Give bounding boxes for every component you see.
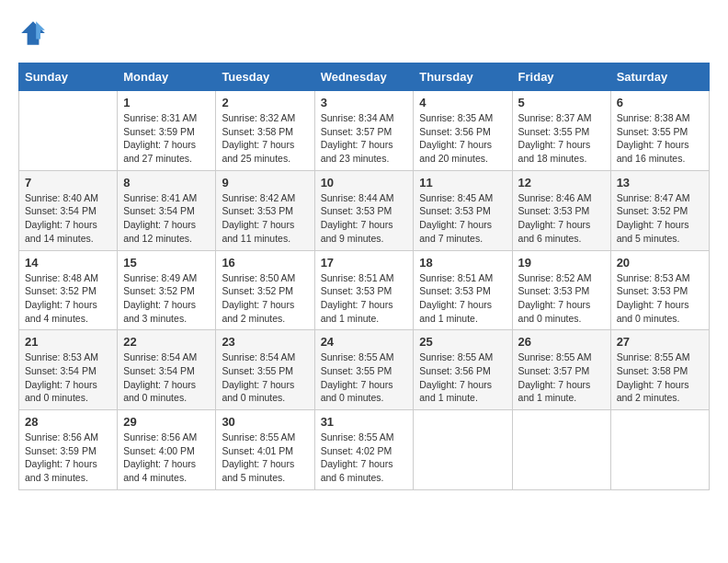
calendar-cell: 21Sunrise: 8:53 AM Sunset: 3:54 PM Dayli… bbox=[19, 330, 118, 410]
calendar-cell: 18Sunrise: 8:51 AM Sunset: 3:53 PM Dayli… bbox=[414, 250, 512, 330]
day-number: 27 bbox=[617, 335, 703, 349]
calendar-day-header: Tuesday bbox=[216, 63, 314, 91]
day-info: Sunrise: 8:44 AM Sunset: 3:53 PM Dayligh… bbox=[321, 191, 408, 246]
day-info: Sunrise: 8:51 AM Sunset: 3:53 PM Dayligh… bbox=[419, 271, 506, 326]
day-number: 31 bbox=[321, 415, 408, 429]
calendar-cell: 2Sunrise: 8:32 AM Sunset: 3:58 PM Daylig… bbox=[216, 91, 314, 171]
day-info: Sunrise: 8:47 AM Sunset: 3:52 PM Dayligh… bbox=[617, 191, 703, 246]
calendar-cell: 20Sunrise: 8:53 AM Sunset: 3:53 PM Dayli… bbox=[610, 250, 709, 330]
day-number: 2 bbox=[222, 96, 308, 109]
day-info: Sunrise: 8:34 AM Sunset: 3:57 PM Dayligh… bbox=[321, 111, 408, 166]
day-number: 10 bbox=[321, 176, 408, 190]
calendar-day-header: Thursday bbox=[414, 63, 512, 91]
day-number: 24 bbox=[321, 335, 408, 349]
day-info: Sunrise: 8:45 AM Sunset: 3:53 PM Dayligh… bbox=[419, 191, 506, 246]
day-info: Sunrise: 8:53 AM Sunset: 3:54 PM Dayligh… bbox=[25, 350, 111, 405]
calendar-day-header: Friday bbox=[512, 63, 610, 91]
calendar-cell: 1Sunrise: 8:31 AM Sunset: 3:59 PM Daylig… bbox=[118, 91, 216, 171]
day-info: Sunrise: 8:56 AM Sunset: 4:00 PM Dayligh… bbox=[123, 431, 210, 485]
calendar-cell: 15Sunrise: 8:49 AM Sunset: 3:52 PM Dayli… bbox=[118, 250, 216, 330]
day-number: 9 bbox=[222, 176, 308, 190]
calendar-cell: 11Sunrise: 8:45 AM Sunset: 3:53 PM Dayli… bbox=[414, 170, 512, 250]
day-info: Sunrise: 8:53 AM Sunset: 3:53 PM Dayligh… bbox=[617, 271, 703, 326]
calendar-cell: 23Sunrise: 8:54 AM Sunset: 3:55 PM Dayli… bbox=[216, 330, 314, 410]
day-info: Sunrise: 8:54 AM Sunset: 3:54 PM Dayligh… bbox=[123, 350, 210, 405]
calendar-cell: 28Sunrise: 8:56 AM Sunset: 3:59 PM Dayli… bbox=[19, 410, 118, 490]
calendar-cell: 31Sunrise: 8:55 AM Sunset: 4:02 PM Dayli… bbox=[314, 410, 414, 490]
calendar-cell: 19Sunrise: 8:52 AM Sunset: 3:53 PM Dayli… bbox=[512, 250, 610, 330]
day-info: Sunrise: 8:55 AM Sunset: 4:02 PM Dayligh… bbox=[321, 431, 408, 485]
calendar-cell bbox=[610, 410, 709, 490]
day-number: 28 bbox=[25, 415, 111, 429]
day-number: 15 bbox=[123, 256, 210, 270]
day-number: 5 bbox=[518, 96, 605, 109]
day-info: Sunrise: 8:31 AM Sunset: 3:59 PM Dayligh… bbox=[123, 111, 210, 166]
day-info: Sunrise: 8:38 AM Sunset: 3:55 PM Dayligh… bbox=[617, 111, 703, 166]
day-number: 30 bbox=[222, 415, 308, 429]
day-info: Sunrise: 8:41 AM Sunset: 3:54 PM Dayligh… bbox=[123, 191, 210, 246]
day-info: Sunrise: 8:54 AM Sunset: 3:55 PM Dayligh… bbox=[222, 350, 308, 405]
calendar-day-header: Sunday bbox=[19, 63, 118, 91]
calendar-week-row: 21Sunrise: 8:53 AM Sunset: 3:54 PM Dayli… bbox=[19, 330, 710, 410]
calendar-cell: 14Sunrise: 8:48 AM Sunset: 3:52 PM Dayli… bbox=[19, 250, 118, 330]
calendar-cell: 29Sunrise: 8:56 AM Sunset: 4:00 PM Dayli… bbox=[118, 410, 216, 490]
calendar-cell: 10Sunrise: 8:44 AM Sunset: 3:53 PM Dayli… bbox=[314, 170, 414, 250]
page-header bbox=[18, 18, 710, 48]
calendar-header-row: SundayMondayTuesdayWednesdayThursdayFrid… bbox=[19, 63, 710, 91]
day-number: 26 bbox=[518, 335, 605, 349]
calendar-cell: 27Sunrise: 8:55 AM Sunset: 3:58 PM Dayli… bbox=[610, 330, 709, 410]
calendar-week-row: 28Sunrise: 8:56 AM Sunset: 3:59 PM Dayli… bbox=[19, 410, 710, 490]
day-info: Sunrise: 8:55 AM Sunset: 3:57 PM Dayligh… bbox=[518, 350, 605, 405]
day-number: 7 bbox=[25, 176, 111, 190]
day-number: 3 bbox=[321, 96, 408, 109]
day-number: 16 bbox=[222, 256, 308, 270]
day-info: Sunrise: 8:52 AM Sunset: 3:53 PM Dayligh… bbox=[518, 271, 605, 326]
day-info: Sunrise: 8:37 AM Sunset: 3:55 PM Dayligh… bbox=[518, 111, 605, 166]
day-info: Sunrise: 8:51 AM Sunset: 3:53 PM Dayligh… bbox=[321, 271, 408, 326]
calendar-week-row: 7Sunrise: 8:40 AM Sunset: 3:54 PM Daylig… bbox=[19, 170, 710, 250]
calendar-cell: 13Sunrise: 8:47 AM Sunset: 3:52 PM Dayli… bbox=[610, 170, 709, 250]
calendar-cell: 4Sunrise: 8:35 AM Sunset: 3:56 PM Daylig… bbox=[414, 91, 512, 171]
calendar-cell: 25Sunrise: 8:55 AM Sunset: 3:56 PM Dayli… bbox=[414, 330, 512, 410]
day-number: 29 bbox=[123, 415, 210, 429]
day-info: Sunrise: 8:55 AM Sunset: 4:01 PM Dayligh… bbox=[222, 431, 308, 485]
calendar-cell: 22Sunrise: 8:54 AM Sunset: 3:54 PM Dayli… bbox=[118, 330, 216, 410]
svg-marker-1 bbox=[36, 21, 45, 39]
calendar-cell bbox=[512, 410, 610, 490]
day-number: 23 bbox=[222, 335, 308, 349]
day-info: Sunrise: 8:32 AM Sunset: 3:58 PM Dayligh… bbox=[222, 111, 308, 166]
day-number: 17 bbox=[321, 256, 408, 270]
day-info: Sunrise: 8:55 AM Sunset: 3:58 PM Dayligh… bbox=[617, 350, 703, 405]
day-info: Sunrise: 8:55 AM Sunset: 3:55 PM Dayligh… bbox=[321, 350, 408, 405]
day-number: 8 bbox=[123, 176, 210, 190]
day-number: 21 bbox=[25, 335, 111, 349]
day-number: 20 bbox=[617, 256, 703, 270]
day-number: 19 bbox=[518, 256, 605, 270]
calendar-cell: 7Sunrise: 8:40 AM Sunset: 3:54 PM Daylig… bbox=[19, 170, 118, 250]
day-number: 6 bbox=[617, 96, 703, 109]
calendar-cell: 30Sunrise: 8:55 AM Sunset: 4:01 PM Dayli… bbox=[216, 410, 314, 490]
day-number: 18 bbox=[419, 256, 506, 270]
calendar-cell: 8Sunrise: 8:41 AM Sunset: 3:54 PM Daylig… bbox=[118, 170, 216, 250]
calendar-cell: 26Sunrise: 8:55 AM Sunset: 3:57 PM Dayli… bbox=[512, 330, 610, 410]
day-number: 4 bbox=[419, 96, 506, 109]
logo bbox=[18, 18, 51, 48]
day-number: 14 bbox=[25, 256, 111, 270]
day-info: Sunrise: 8:49 AM Sunset: 3:52 PM Dayligh… bbox=[123, 271, 210, 326]
calendar-cell: 5Sunrise: 8:37 AM Sunset: 3:55 PM Daylig… bbox=[512, 91, 610, 171]
calendar-cell bbox=[19, 91, 118, 171]
day-info: Sunrise: 8:35 AM Sunset: 3:56 PM Dayligh… bbox=[419, 111, 506, 166]
day-number: 12 bbox=[518, 176, 605, 190]
svg-marker-0 bbox=[21, 21, 45, 45]
calendar-cell: 6Sunrise: 8:38 AM Sunset: 3:55 PM Daylig… bbox=[610, 91, 709, 171]
calendar-cell: 9Sunrise: 8:42 AM Sunset: 3:53 PM Daylig… bbox=[216, 170, 314, 250]
day-info: Sunrise: 8:46 AM Sunset: 3:53 PM Dayligh… bbox=[518, 191, 605, 246]
calendar-cell bbox=[414, 410, 512, 490]
calendar-cell: 16Sunrise: 8:50 AM Sunset: 3:52 PM Dayli… bbox=[216, 250, 314, 330]
day-number: 1 bbox=[123, 96, 210, 109]
calendar-cell: 12Sunrise: 8:46 AM Sunset: 3:53 PM Dayli… bbox=[512, 170, 610, 250]
calendar-week-row: 14Sunrise: 8:48 AM Sunset: 3:52 PM Dayli… bbox=[19, 250, 710, 330]
day-info: Sunrise: 8:56 AM Sunset: 3:59 PM Dayligh… bbox=[25, 431, 111, 485]
logo-icon bbox=[18, 18, 48, 48]
day-number: 13 bbox=[617, 176, 703, 190]
